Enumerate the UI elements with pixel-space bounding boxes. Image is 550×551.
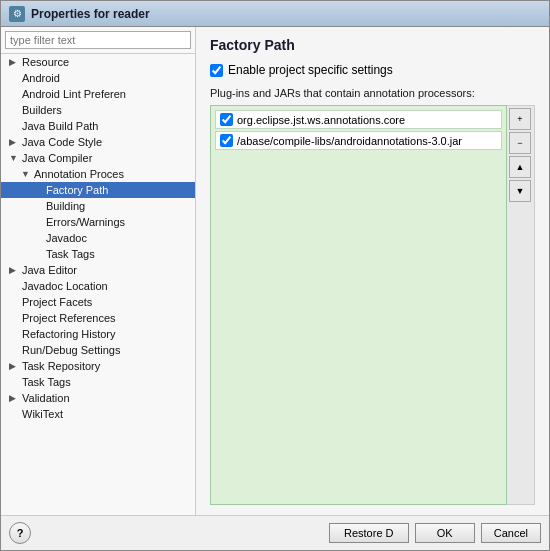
tree-item-label: WikiText — [22, 408, 63, 420]
tree-item-label: Project References — [22, 312, 116, 324]
tree-arrow-icon: ▼ — [9, 153, 19, 163]
tree-item[interactable]: Task Tags — [1, 374, 195, 390]
properties-dialog: ⚙ Properties for reader ▶ResourceAndroid… — [0, 0, 550, 551]
tree-item[interactable]: Javadoc Location — [1, 278, 195, 294]
up-button[interactable]: ▲ — [509, 156, 531, 178]
tree-item[interactable]: ▶Resource — [1, 54, 195, 70]
list-item-checkbox[interactable] — [220, 134, 233, 147]
enable-row[interactable]: Enable project specific settings — [210, 63, 535, 77]
tree-item[interactable]: Building — [1, 198, 195, 214]
tree-item[interactable]: Project Facets — [1, 294, 195, 310]
tree-item-label: Project Facets — [22, 296, 92, 308]
list-container: org.eclipse.jst.ws.annotations.core/abas… — [210, 105, 535, 505]
tree-item-label: Building — [46, 200, 85, 212]
tree-item-label: Errors/Warnings — [46, 216, 125, 228]
list-item-text: /abase/compile-libs/androidannotations-3… — [237, 135, 462, 147]
tree-item[interactable]: ▶Task Repository — [1, 358, 195, 374]
tree-arrow-icon: ▶ — [9, 137, 19, 147]
tree-item[interactable]: Errors/Warnings — [1, 214, 195, 230]
help-button[interactable]: ? — [9, 522, 31, 544]
tree-area[interactable]: ▶ResourceAndroidAndroid Lint PreferenBui… — [1, 54, 195, 515]
tree-item[interactable]: ▼Annotation Proces — [1, 166, 195, 182]
tree-arrow-icon: ▶ — [9, 361, 19, 371]
tree-item-label: Refactoring History — [22, 328, 116, 340]
list-item-text: org.eclipse.jst.ws.annotations.core — [237, 114, 405, 126]
tree-item[interactable]: Factory Path — [1, 182, 195, 198]
restore-button[interactable]: Restore D — [329, 523, 409, 543]
tree-item[interactable]: ▶Java Editor — [1, 262, 195, 278]
tree-item[interactable]: Android Lint Preferen — [1, 86, 195, 102]
tree-item-label: Java Compiler — [22, 152, 92, 164]
title-bar: ⚙ Properties for reader — [1, 1, 549, 27]
tree-item-label: Java Editor — [22, 264, 77, 276]
tree-item-label: Javadoc Location — [22, 280, 108, 292]
tree-item[interactable]: ▶Java Code Style — [1, 134, 195, 150]
tree-item[interactable]: WikiText — [1, 406, 195, 422]
tree-item-label: Task Tags — [46, 248, 95, 260]
bottom-bar: ? Restore D OK Cancel — [1, 515, 549, 550]
side-buttons-col: + − ▲ ▼ — [507, 105, 535, 505]
tree-item-label: Run/Debug Settings — [22, 344, 120, 356]
list-item-checkbox[interactable] — [220, 113, 233, 126]
tree-item-label: Task Repository — [22, 360, 100, 372]
tree-item[interactable]: ▶Validation — [1, 390, 195, 406]
filter-input[interactable] — [5, 31, 191, 49]
list-inner: org.eclipse.jst.ws.annotations.core/abas… — [210, 105, 507, 505]
tree-item-label: Java Build Path — [22, 120, 98, 132]
enable-label: Enable project specific settings — [228, 63, 393, 77]
tree-item[interactable]: ▼Java Compiler — [1, 150, 195, 166]
right-panel: Factory Path Enable project specific set… — [196, 27, 549, 515]
list-item[interactable]: /abase/compile-libs/androidannotations-3… — [215, 131, 502, 150]
tree-item-label: Javadoc — [46, 232, 87, 244]
section-label: Plug-ins and JARs that contain annotatio… — [210, 87, 535, 99]
tree-item[interactable]: Project References — [1, 310, 195, 326]
tree-item-label: Android Lint Preferen — [22, 88, 126, 100]
tree-item-label: Factory Path — [46, 184, 108, 196]
dialog-icon: ⚙ — [9, 6, 25, 22]
tree-item-label: Task Tags — [22, 376, 71, 388]
tree-arrow-icon: ▼ — [21, 169, 31, 179]
filter-box[interactable] — [1, 27, 195, 54]
cancel-button[interactable]: Cancel — [481, 523, 541, 543]
down-button[interactable]: ▼ — [509, 180, 531, 202]
content-area: ▶ResourceAndroidAndroid Lint PreferenBui… — [1, 27, 549, 515]
tree-item[interactable]: Android — [1, 70, 195, 86]
remove-button[interactable]: − — [509, 132, 531, 154]
tree-item[interactable]: Java Build Path — [1, 118, 195, 134]
tree-item-label: Builders — [22, 104, 62, 116]
tree-arrow-icon: ▶ — [9, 57, 19, 67]
list-item[interactable]: org.eclipse.jst.ws.annotations.core — [215, 110, 502, 129]
tree-item[interactable]: Refactoring History — [1, 326, 195, 342]
tree-item-label: Android — [22, 72, 60, 84]
tree-item[interactable]: Run/Debug Settings — [1, 342, 195, 358]
panel-title: Factory Path — [210, 37, 535, 53]
tree-item[interactable]: Builders — [1, 102, 195, 118]
tree-item-label: Annotation Proces — [34, 168, 124, 180]
tree-arrow-icon: ▶ — [9, 393, 19, 403]
left-panel: ▶ResourceAndroidAndroid Lint PreferenBui… — [1, 27, 196, 515]
tree-item-label: Java Code Style — [22, 136, 102, 148]
tree-item-label: Validation — [22, 392, 70, 404]
add-button[interactable]: + — [509, 108, 531, 130]
dialog-title: Properties for reader — [31, 7, 150, 21]
tree-item-label: Resource — [22, 56, 69, 68]
tree-arrow-icon: ▶ — [9, 265, 19, 275]
tree-item[interactable]: Task Tags — [1, 246, 195, 262]
ok-button[interactable]: OK — [415, 523, 475, 543]
enable-checkbox[interactable] — [210, 64, 223, 77]
tree-item[interactable]: Javadoc — [1, 230, 195, 246]
